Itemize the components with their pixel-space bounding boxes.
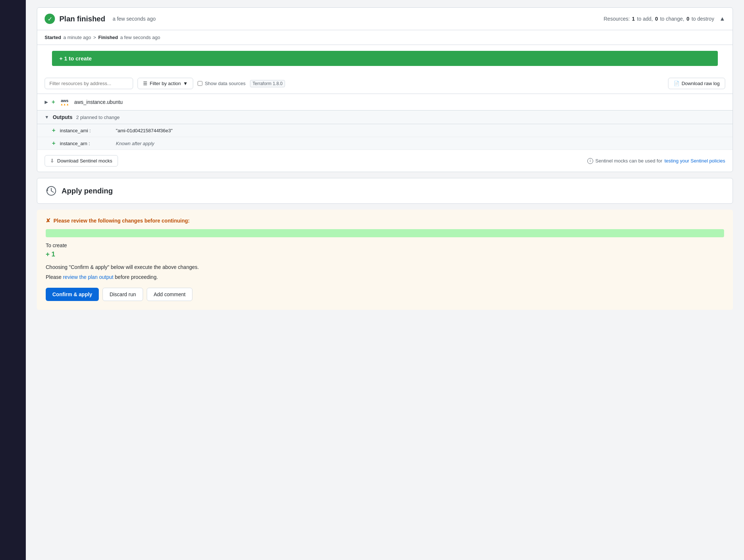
outputs-chevron-icon: ▼	[45, 115, 49, 120]
create-bar-label: + 1 to create	[59, 55, 92, 62]
show-data-sources-checkbox[interactable]	[198, 81, 202, 86]
action-buttons: Confirm & apply Discard run Add comment	[46, 288, 724, 301]
create-bar: + 1 to create	[52, 51, 718, 66]
warning-icon: ✘	[46, 217, 51, 224]
svg-line-2	[51, 191, 53, 192]
review-warning: ✘ Please review the following changes be…	[46, 217, 724, 224]
started-label: Started	[45, 35, 61, 40]
green-progress-bar	[46, 229, 724, 237]
show-data-sources-text: Show data sources	[205, 81, 246, 86]
outputs-section: ▼ Outputs 2 planned to change + instance…	[37, 111, 733, 150]
collapse-icon[interactable]: ▲	[719, 15, 725, 22]
download-raw-log-label: Download raw log	[682, 81, 720, 86]
output-key-ami: instance_ami :	[60, 128, 111, 133]
started-time: a minute ago	[63, 35, 91, 40]
finished-label: Finished	[98, 35, 118, 40]
plan-timeline: Started a minute ago > Finished a few se…	[37, 30, 733, 45]
outputs-header[interactable]: ▼ Outputs 2 planned to change	[37, 111, 733, 124]
plan-resources: Resources: 1 to add, 0 to change, 0 to d…	[604, 15, 725, 22]
aws-logo: aws ▲▲▲	[59, 98, 70, 106]
apply-header: Apply pending	[37, 178, 733, 203]
filter-action-label: Filter by action	[150, 81, 181, 86]
output-key-arn: instance_arn :	[60, 141, 111, 146]
plan-header: ✓ Plan finished a few seconds ago Resour…	[37, 8, 733, 30]
plan-header-left: ✓ Plan finished a few seconds ago	[45, 14, 156, 24]
terraform-version-badge: Terraform 1.8.0	[250, 80, 285, 87]
chevron-right-icon: ▶	[45, 99, 48, 105]
output-add-icon-1: +	[52, 127, 55, 134]
sentinel-policies-link[interactable]: testing your Sentinel policies	[664, 158, 725, 164]
outputs-count: 2 planned to change	[76, 115, 120, 120]
output-add-icon-2: +	[52, 140, 55, 147]
review-desc-2: Please review the plan output before pro…	[46, 273, 724, 281]
sidebar	[0, 0, 26, 560]
output-value-ami: "ami-01d042158744f36e3"	[116, 128, 173, 133]
clock-icon	[46, 186, 56, 196]
plan-title: Plan finished	[59, 15, 105, 23]
chevron-down-icon: ▼	[183, 81, 188, 86]
download-raw-log-button[interactable]: 📄 Download raw log	[668, 78, 725, 89]
outputs-title: Outputs	[53, 114, 73, 120]
filters-row: ☰ Filter by action ▼ Show data sources T…	[37, 73, 733, 94]
output-row-ami: + instance_ami : "ami-01d042158744f36e3"	[37, 124, 733, 137]
show-data-sources-label[interactable]: Show data sources	[198, 81, 246, 86]
resource-name: aws_instance.ubuntu	[74, 99, 123, 105]
plan-time: a few seconds ago	[112, 16, 156, 22]
to-add-count: 1	[632, 16, 635, 22]
resource-row-aws[interactable]: ▶ + aws ▲▲▲ aws_instance.ubuntu	[37, 94, 733, 111]
to-add-label: to add,	[637, 16, 653, 22]
info-icon: i	[587, 158, 593, 164]
to-destroy-label: to destroy	[692, 16, 714, 22]
sentinel-info-prefix: Sentinel mocks can be used for	[595, 158, 662, 164]
download-sentinel-label: Download Sentinel mocks	[57, 158, 112, 164]
review-desc-2-suffix: before proceeding.	[115, 274, 158, 280]
discard-run-button[interactable]: Discard run	[102, 288, 143, 301]
document-icon: 📄	[674, 81, 679, 86]
finished-time: a few seconds ago	[120, 35, 160, 40]
apply-card: Apply pending	[37, 178, 733, 204]
check-circle-icon: ✓	[45, 14, 55, 24]
to-create-label: To create	[46, 242, 724, 248]
review-box: ✘ Please review the following changes be…	[37, 210, 733, 310]
arrow-separator: >	[93, 35, 96, 40]
plan-card: ✓ Plan finished a few seconds ago Resour…	[37, 7, 733, 172]
output-value-arn: Known after apply	[116, 141, 154, 146]
apply-title: Apply pending	[62, 187, 113, 195]
to-change-label: to change,	[660, 16, 684, 22]
to-change-count: 0	[655, 16, 658, 22]
download-sentinel-button[interactable]: ⇩ Download Sentinel mocks	[45, 155, 118, 167]
download-sentinel-icon: ⇩	[50, 158, 54, 164]
review-desc-1: Choosing "Confirm & apply" below will ex…	[46, 263, 724, 271]
aws-text: aws	[61, 98, 69, 103]
confirm-apply-button[interactable]: Confirm & apply	[46, 288, 99, 301]
output-row-arn: + instance_arn : Known after apply	[37, 137, 733, 150]
filter-address-input[interactable]	[45, 78, 133, 89]
filter-action-button[interactable]: ☰ Filter by action ▼	[138, 78, 193, 89]
create-bar-wrapper: + 1 to create	[37, 51, 733, 73]
sentinel-info: i Sentinel mocks can be used for testing…	[587, 158, 725, 164]
create-count: + 1	[46, 251, 724, 258]
aws-arrow-icon: ▲▲▲	[60, 103, 69, 106]
main-content: ✓ Plan finished a few seconds ago Resour…	[26, 0, 744, 560]
review-warning-text: Please review the following changes befo…	[53, 218, 190, 224]
resources-label: Resources:	[604, 16, 630, 22]
review-plan-output-link[interactable]: review the plan output	[63, 274, 114, 280]
filter-lines-icon: ☰	[143, 81, 147, 86]
sentinel-section: ⇩ Download Sentinel mocks i Sentinel moc…	[37, 150, 733, 172]
review-desc-2-prefix: Please	[46, 274, 62, 280]
to-destroy-count: 0	[686, 16, 689, 22]
add-icon: +	[52, 99, 55, 105]
add-comment-button[interactable]: Add comment	[147, 288, 192, 301]
